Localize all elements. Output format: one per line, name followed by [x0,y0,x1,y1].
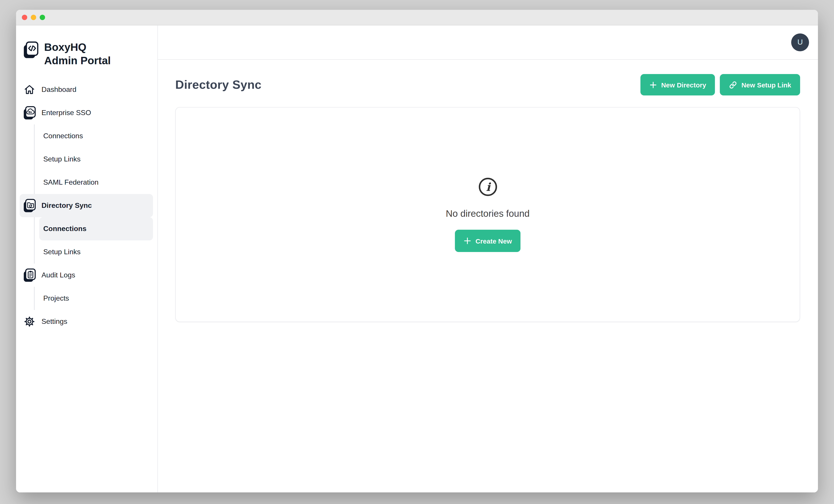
home-icon [23,84,36,95]
new-setup-link-button[interactable]: New Setup Link [720,74,800,95]
create-new-button[interactable]: Create New [455,230,520,252]
gear-icon [23,316,36,327]
sidebar-item-label: Enterprise SSO [42,109,91,117]
page-title: Directory Sync [175,78,262,92]
main-area: U Directory Sync New Directory [158,25,818,492]
sidebar-item-projects[interactable]: Projects [39,287,153,310]
zoom-window-button[interactable] [40,15,45,20]
sidebar-item-label: Settings [42,317,67,326]
info-icon: i [478,177,498,197]
folder-sync-keycap-icon [23,199,36,213]
page-header-row: Directory Sync New Directory [175,74,800,95]
svg-text:i: i [486,180,491,194]
sidebar-item-directory-sync[interactable]: Directory Sync [20,194,153,217]
toolbar: New Directory New Setup Link [641,74,800,95]
desktop: BoxyHQ Admin Portal Dashboard [0,0,834,504]
sidebar-item-label: Directory Sync [42,202,92,210]
window-titlebar [16,10,818,25]
sidebar: BoxyHQ Admin Portal Dashboard [16,25,158,492]
sidebar-item-label: Dashboard [42,86,76,94]
plus-icon [463,237,471,245]
sidebar-item-saml-federation[interactable]: SAML Federation [39,171,153,194]
sidebar-item-dsync-setup-links[interactable]: Setup Links [39,240,153,264]
sidebar-item-dashboard[interactable]: Dashboard [20,78,153,101]
sidebar-item-enterprise-sso[interactable]: Enterprise SSO [20,101,153,125]
sidebar-subgroup-directory-sync: Connections Setup Links [34,217,153,264]
app-root: BoxyHQ Admin Portal Dashboard [16,25,818,492]
link-icon [729,81,738,89]
cloud-key-keycap-icon [23,106,36,120]
new-directory-button[interactable]: New Directory [641,74,715,95]
clipboard-keycap-icon [23,268,36,282]
screen: BoxyHQ Admin Portal Dashboard [0,0,834,504]
app-title: BoxyHQ Admin Portal [44,41,120,67]
code-keycap-icon [23,42,38,59]
sidebar-item-sso-connections[interactable]: Connections [39,125,153,148]
sidebar-item-settings[interactable]: Settings [20,310,153,333]
sidebar-item-label: Audit Logs [42,271,75,279]
empty-state-message: No directories found [446,208,530,219]
app-logo[interactable]: BoxyHQ Admin Portal [16,41,157,67]
browser-window: BoxyHQ Admin Portal Dashboard [16,10,818,492]
user-avatar[interactable]: U [791,34,809,51]
minimize-window-button[interactable] [31,15,36,20]
page-content: Directory Sync New Directory [158,60,818,322]
close-window-button[interactable] [22,15,27,20]
directories-empty-card: i No directories found Create New [175,107,800,322]
sidebar-subgroup-audit-logs: Projects [34,287,153,310]
sidebar-item-dsync-connections[interactable]: Connections [39,217,153,240]
plus-icon [650,81,657,89]
sidebar-nav: Dashboard Enterprise SSO [16,78,157,333]
top-header: U [158,25,818,60]
sidebar-subgroup-enterprise-sso: Connections Setup Links SAML Federation [34,125,153,194]
sidebar-item-sso-setup-links[interactable]: Setup Links [39,148,153,171]
sidebar-item-audit-logs[interactable]: Audit Logs [20,264,153,287]
